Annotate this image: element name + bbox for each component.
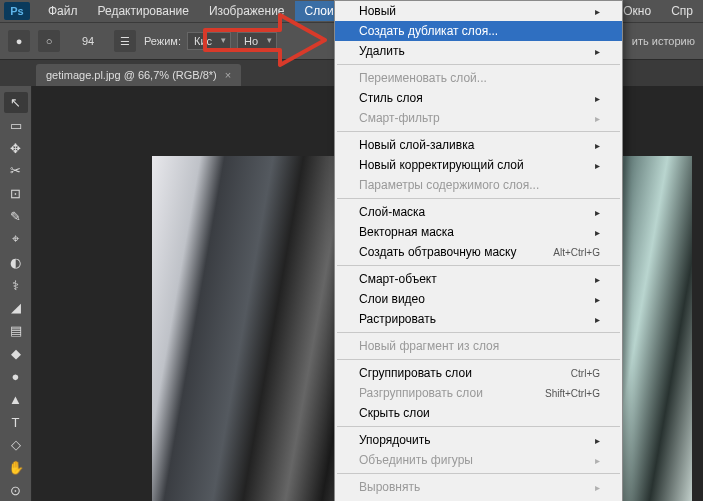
menu-item[interactable]: Слой-маска	[335, 202, 622, 222]
menu-item: Разгруппировать слоиShift+Ctrl+G	[335, 383, 622, 403]
tool-icon[interactable]: ◢	[4, 297, 28, 318]
menu-item[interactable]: Новый слой-заливка	[335, 135, 622, 155]
menu-separator	[337, 131, 620, 132]
menu-item[interactable]: Новый	[335, 1, 622, 21]
menu-item: Параметры содержимого слоя...	[335, 175, 622, 195]
menu-item[interactable]: Удалить	[335, 41, 622, 61]
menu-item-label: Объединить фигуры	[359, 453, 473, 467]
menu-file[interactable]: Файл	[38, 1, 88, 21]
tool-icon[interactable]: ⚕	[4, 275, 28, 296]
menu-item-shortcut: Alt+Ctrl+G	[553, 247, 600, 258]
close-icon[interactable]: ×	[225, 69, 231, 81]
menu-item[interactable]: Скрыть слои	[335, 403, 622, 423]
menu-item-label: Новый	[359, 4, 396, 18]
menu-item-label: Удалить	[359, 44, 405, 58]
menu-edit[interactable]: Редактирование	[88, 1, 199, 21]
tool-icon[interactable]: ◆	[4, 343, 28, 364]
menu-item-label: Растрировать	[359, 312, 436, 326]
tools-panel: ↖▭✥✂⊡✎⌖◐⚕◢▤◆●▲T◇✋⊙	[0, 86, 32, 501]
menu-item-label: Скрыть слои	[359, 406, 430, 420]
menu-image[interactable]: Изображение	[199, 1, 295, 21]
menu-item: Переименовать слой...	[335, 68, 622, 88]
menu-item-label: Переименовать слой...	[359, 71, 487, 85]
menu-separator	[337, 198, 620, 199]
menu-item: Распределить	[335, 497, 622, 501]
menu-item-label: Стиль слоя	[359, 91, 423, 105]
tool-icon[interactable]: ✂	[4, 160, 28, 181]
menu-item[interactable]: Упорядочить	[335, 430, 622, 450]
menu-item-label: Новый корректирующий слой	[359, 158, 524, 172]
tool-icon[interactable]: ◐	[4, 252, 28, 273]
mode-combo[interactable]: Но	[237, 32, 277, 50]
menu-item[interactable]: Стиль слоя	[335, 88, 622, 108]
tool-icon[interactable]: ⌖	[4, 229, 28, 250]
menu-item-label: Слой-маска	[359, 205, 425, 219]
menu-item-label: Упорядочить	[359, 433, 430, 447]
brush-preview-icon[interactable]: ○	[38, 30, 60, 52]
history-toggle-label: ить историю	[632, 35, 703, 47]
menu-item-label: Слои видео	[359, 292, 425, 306]
tool-icon[interactable]: ✥	[4, 138, 28, 159]
menu-item-label: Смарт-фильтр	[359, 111, 440, 125]
menu-separator	[337, 265, 620, 266]
layers-menu-dropdown: НовыйСоздать дубликат слоя...УдалитьПере…	[334, 0, 623, 501]
tool-icon[interactable]: ✎	[4, 206, 28, 227]
tool-icon[interactable]: ◇	[4, 434, 28, 455]
mode-label: Режим:	[144, 35, 181, 47]
menu-item-label: Создать обтравочную маску	[359, 245, 517, 259]
menu-item[interactable]: Растрировать	[335, 309, 622, 329]
menu-separator	[337, 359, 620, 360]
menu-item-label: Смарт-объект	[359, 272, 437, 286]
tool-icon[interactable]: ⊙	[4, 480, 28, 501]
tool-icon[interactable]: ✋	[4, 457, 28, 478]
tool-icon[interactable]: ↖	[4, 92, 28, 113]
menu-item-label: Сгруппировать слои	[359, 366, 472, 380]
menu-item[interactable]: Слои видео	[335, 289, 622, 309]
brush-size-label: 94	[68, 35, 108, 47]
menu-item[interactable]: Новый корректирующий слой	[335, 155, 622, 175]
menu-item: Смарт-фильтр	[335, 108, 622, 128]
tool-icon[interactable]: ▲	[4, 389, 28, 410]
menu-item[interactable]: Векторная маска	[335, 222, 622, 242]
document-tab-label: getimage.pl.jpg @ 66,7% (RGB/8*)	[46, 69, 217, 81]
menu-item-label: Параметры содержимого слоя...	[359, 178, 539, 192]
menu-item: Выровнять	[335, 477, 622, 497]
menu-item-label: Выровнять	[359, 480, 420, 494]
menu-separator	[337, 473, 620, 474]
menu-item: Новый фрагмент из слоя	[335, 336, 622, 356]
tool-icon[interactable]: ▭	[4, 115, 28, 136]
menu-item: Объединить фигуры	[335, 450, 622, 470]
menu-item-shortcut: Shift+Ctrl+G	[545, 388, 600, 399]
tool-preset-icon[interactable]: ●	[8, 30, 30, 52]
menu-separator	[337, 332, 620, 333]
menu-item[interactable]: Создать обтравочную маскуAlt+Ctrl+G	[335, 242, 622, 262]
brush-combo[interactable]: Кис	[187, 32, 231, 50]
menu-help[interactable]: Спр	[661, 1, 703, 21]
app-logo: Ps	[4, 2, 30, 20]
menu-item-label: Новый слой-заливка	[359, 138, 474, 152]
menu-item-shortcut: Ctrl+G	[571, 368, 600, 379]
menu-separator	[337, 426, 620, 427]
tool-icon[interactable]: ⊡	[4, 183, 28, 204]
menu-item-label: Разгруппировать слои	[359, 386, 483, 400]
menu-item[interactable]: Сгруппировать слоиCtrl+G	[335, 363, 622, 383]
menu-item[interactable]: Создать дубликат слоя...	[335, 21, 622, 41]
menu-separator	[337, 64, 620, 65]
menu-item-label: Векторная маска	[359, 225, 454, 239]
document-tab[interactable]: getimage.pl.jpg @ 66,7% (RGB/8*) ×	[36, 64, 241, 86]
menu-item-label: Создать дубликат слоя...	[359, 24, 498, 38]
brush-panel-icon[interactable]: ☰	[114, 30, 136, 52]
menu-item-label: Новый фрагмент из слоя	[359, 339, 499, 353]
menu-item[interactable]: Смарт-объект	[335, 269, 622, 289]
tool-icon[interactable]: T	[4, 412, 28, 433]
tool-icon[interactable]: ▤	[4, 320, 28, 341]
tool-icon[interactable]: ●	[4, 366, 28, 387]
